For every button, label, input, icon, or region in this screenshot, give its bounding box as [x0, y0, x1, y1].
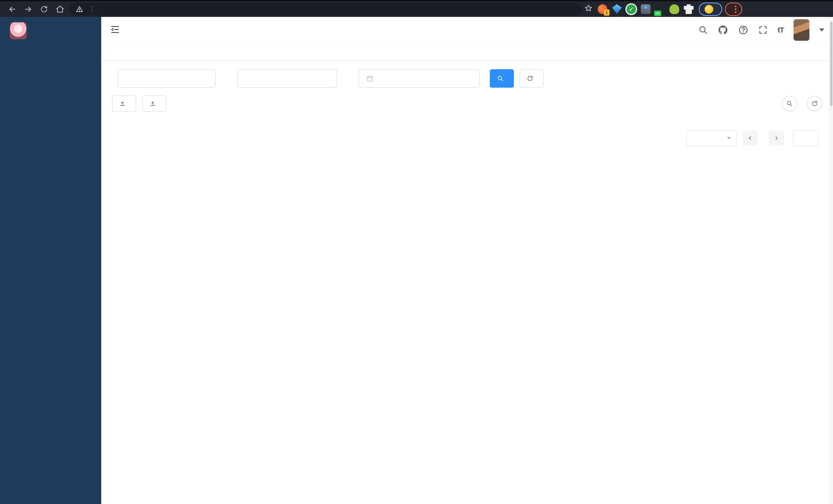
back-button[interactable] — [6, 3, 19, 16]
date-range-input[interactable] — [359, 69, 480, 88]
extension-icon[interactable] — [641, 4, 650, 14]
prev-page-button[interactable] — [743, 131, 758, 146]
bookmark-star-button[interactable] — [585, 4, 593, 14]
goto-page-input[interactable] — [793, 130, 819, 146]
reset-button[interactable] — [520, 69, 544, 88]
filter-form — [112, 69, 822, 88]
extension-icon[interactable] — [598, 4, 608, 14]
pagination — [112, 130, 822, 154]
next-page-button[interactable] — [769, 131, 784, 146]
search-button[interactable] — [698, 25, 708, 35]
search-icon — [497, 75, 504, 82]
sidebar-logo[interactable] — [0, 17, 101, 45]
search-submit-button[interactable] — [490, 69, 514, 88]
tab-bar — [101, 43, 833, 61]
caret-down-icon[interactable] — [819, 28, 824, 31]
sidebar — [0, 17, 101, 504]
content — [101, 61, 833, 504]
update-button[interactable] — [725, 3, 742, 16]
menu-dots-icon[interactable] — [735, 6, 736, 13]
page-header: tT — [101, 17, 833, 43]
import-db-button[interactable] — [112, 95, 136, 112]
browser-toolbar — [0, 0, 833, 17]
warning-icon — [76, 6, 83, 13]
refresh-icon — [527, 75, 533, 82]
font-size-button[interactable]: tT — [778, 26, 784, 34]
scrollbar-thumb[interactable] — [830, 22, 832, 106]
table-desc-input[interactable] — [237, 69, 337, 88]
upload-icon — [149, 100, 156, 107]
caret-down-icon — [727, 137, 731, 140]
screen: tT — [0, 0, 833, 504]
page-size-select[interactable] — [686, 130, 737, 146]
reload-button[interactable] — [38, 3, 51, 16]
extension-icon[interactable] — [626, 4, 636, 14]
table-name-input[interactable] — [118, 69, 216, 88]
github-button[interactable] — [718, 25, 729, 35]
toolbar — [112, 95, 822, 112]
fullscreen-button[interactable] — [758, 25, 768, 35]
emoji-face-icon — [705, 5, 713, 14]
scrollbar[interactable] — [829, 17, 833, 504]
extension-icon[interactable] — [612, 4, 622, 14]
extension-icon[interactable] — [684, 4, 694, 14]
upload-icon — [119, 100, 126, 107]
toggle-search-button[interactable] — [782, 96, 797, 111]
refresh-table-button[interactable] — [807, 96, 822, 111]
extension-icon[interactable] — [669, 4, 679, 14]
forward-button[interactable] — [22, 3, 35, 16]
fold-menu-button[interactable] — [110, 24, 120, 35]
logo-image — [10, 22, 27, 39]
home-button[interactable] — [53, 3, 67, 16]
help-button[interactable] — [738, 25, 748, 35]
calendar-icon — [366, 75, 374, 82]
profile-chip[interactable] — [699, 3, 722, 16]
extensions-area — [598, 4, 694, 14]
extension-icon[interactable] — [655, 4, 665, 14]
import-sql-button[interactable] — [142, 95, 166, 112]
address-bar[interactable] — [69, 3, 582, 16]
divider — [92, 6, 92, 13]
avatar[interactable] — [793, 19, 809, 41]
